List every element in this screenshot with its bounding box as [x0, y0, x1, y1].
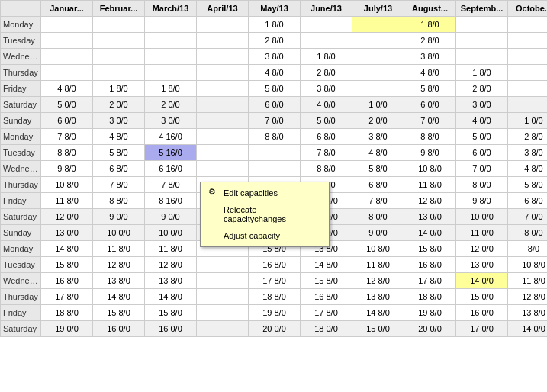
calendar-cell[interactable]: 9 8/0 [41, 161, 93, 177]
calendar-cell[interactable]: 4 8/0 [508, 161, 548, 177]
calendar-cell[interactable] [352, 65, 404, 81]
calendar-cell[interactable]: 12 8/0 [93, 257, 145, 273]
calendar-cell[interactable]: 6 8/0 [508, 193, 548, 209]
calendar-cell[interactable]: 10 8/0 [41, 177, 93, 193]
calendar-cell[interactable]: 2 0/0 [93, 97, 145, 113]
calendar-cell[interactable]: 2 8/0 [249, 33, 301, 49]
calendar-cell[interactable] [456, 33, 508, 49]
calendar-cell[interactable]: 4 8/0 [404, 65, 456, 81]
calendar-cell[interactable]: 1 8/0 [145, 81, 197, 97]
calendar-cell[interactable]: 12 8/0 [508, 289, 548, 305]
calendar-cell[interactable]: 18 8/0 [404, 289, 456, 305]
calendar-cell[interactable]: 11 8/0 [508, 273, 548, 289]
calendar-cell[interactable] [145, 65, 197, 81]
calendar-cell[interactable]: 14 8/0 [41, 241, 93, 257]
calendar-cell[interactable]: 5 8/0 [404, 81, 456, 97]
calendar-cell[interactable]: 3 0/0 [93, 113, 145, 129]
calendar-cell[interactable]: 5 0/0 [41, 97, 93, 113]
calendar-cell[interactable]: 7 0/0 [456, 161, 508, 177]
calendar-cell[interactable]: 14 0/0 [456, 273, 508, 289]
calendar-cell[interactable] [197, 289, 249, 305]
calendar-cell[interactable]: 15 8/0 [301, 273, 352, 289]
calendar-cell[interactable]: 8 8/0 [301, 161, 352, 177]
calendar-cell[interactable]: 2 8/0 [508, 129, 548, 145]
calendar-cell[interactable]: 11 8/0 [352, 257, 404, 273]
calendar-cell[interactable] [508, 33, 548, 49]
calendar-cell[interactable]: 2 8/0 [456, 81, 508, 97]
calendar-cell[interactable]: 13 0/0 [41, 225, 93, 241]
calendar-cell[interactable]: 17 8/0 [41, 289, 93, 305]
calendar-cell[interactable] [41, 65, 93, 81]
calendar-cell[interactable]: 11 8/0 [145, 241, 197, 257]
calendar-cell[interactable]: 7 8/0 [145, 177, 197, 193]
calendar-cell[interactable]: 9 0/0 [93, 209, 145, 225]
calendar-cell[interactable]: 4 8/0 [249, 65, 301, 81]
calendar-cell[interactable]: 3 8/0 [352, 129, 404, 145]
menu-item-edit-capacities[interactable]: ⚙ Edit capacities [202, 184, 327, 202]
calendar-cell[interactable]: 5 16/0 [145, 145, 197, 161]
calendar-cell[interactable]: 5 8/0 [508, 177, 548, 193]
calendar-cell[interactable] [352, 81, 404, 97]
calendar-cell[interactable]: 4 16/0 [145, 129, 197, 145]
calendar-cell[interactable]: 14 0/0 [404, 225, 456, 241]
calendar-cell[interactable] [197, 65, 249, 81]
calendar-cell[interactable]: 14 8/0 [145, 289, 197, 305]
calendar-cell[interactable]: 10 8/0 [508, 257, 548, 273]
calendar-cell[interactable] [197, 113, 249, 129]
calendar-cell[interactable]: 8 8/0 [249, 129, 301, 145]
calendar-cell[interactable]: 4 8/0 [93, 129, 145, 145]
calendar-cell[interactable]: 8 8/0 [93, 193, 145, 209]
calendar-cell[interactable]: 8 16/0 [145, 193, 197, 209]
calendar-cell[interactable]: 13 0/0 [404, 209, 456, 225]
calendar-cell[interactable]: 10 0/0 [93, 225, 145, 241]
calendar-cell[interactable]: 6 0/0 [41, 113, 93, 129]
calendar-cell[interactable]: 7 0/0 [508, 209, 548, 225]
calendar-cell[interactable]: 4 0/0 [456, 113, 508, 129]
calendar-cell[interactable]: 1 8/0 [404, 17, 456, 33]
calendar-cell[interactable]: 6 8/0 [301, 129, 352, 145]
calendar-cell[interactable]: 17 8/0 [301, 305, 352, 321]
calendar-cell[interactable]: 5 8/0 [93, 145, 145, 161]
calendar-cell[interactable]: 6 0/0 [249, 97, 301, 113]
calendar-cell[interactable] [352, 17, 404, 33]
calendar-cell[interactable]: 10 0/0 [456, 209, 508, 225]
calendar-cell[interactable]: 18 0/0 [301, 321, 352, 337]
calendar-cell[interactable]: 8 0/0 [352, 209, 404, 225]
calendar-cell[interactable]: 3 0/0 [145, 113, 197, 129]
calendar-cell[interactable]: 11 8/0 [41, 193, 93, 209]
calendar-cell[interactable]: 5 8/0 [352, 161, 404, 177]
calendar-cell[interactable]: 13 8/0 [352, 289, 404, 305]
calendar-cell[interactable]: 7 0/0 [404, 113, 456, 129]
calendar-cell[interactable]: 18 8/0 [249, 289, 301, 305]
calendar-cell[interactable] [197, 33, 249, 49]
calendar-cell[interactable]: 4 8/0 [41, 81, 93, 97]
calendar-cell[interactable] [197, 321, 249, 337]
calendar-cell[interactable]: 6 8/0 [352, 177, 404, 193]
calendar-cell[interactable] [197, 81, 249, 97]
calendar-cell[interactable] [197, 145, 249, 161]
calendar-cell[interactable]: 1 8/0 [93, 81, 145, 97]
calendar-cell[interactable]: 12 8/0 [352, 273, 404, 289]
calendar-cell[interactable]: 16 8/0 [41, 273, 93, 289]
calendar-cell[interactable]: 16 0/0 [456, 305, 508, 321]
calendar-cell[interactable]: 9 0/0 [352, 225, 404, 241]
calendar-cell[interactable]: 15 8/0 [145, 305, 197, 321]
calendar-cell[interactable]: 10 0/0 [145, 225, 197, 241]
calendar-cell[interactable]: 13 8/0 [93, 273, 145, 289]
calendar-cell[interactable]: 8 8/0 [404, 129, 456, 145]
calendar-cell[interactable]: 17 8/0 [404, 273, 456, 289]
calendar-cell[interactable]: 14 8/0 [301, 257, 352, 273]
calendar-cell[interactable]: 2 0/0 [352, 113, 404, 129]
calendar-cell[interactable] [249, 161, 301, 177]
calendar-cell[interactable] [197, 97, 249, 113]
calendar-cell[interactable]: 3 8/0 [249, 49, 301, 65]
calendar-cell[interactable]: 14 0/0 [508, 321, 548, 337]
calendar-cell[interactable] [41, 33, 93, 49]
menu-item-adjust[interactable]: Adjust capacity [202, 227, 327, 245]
calendar-cell[interactable]: 15 8/0 [41, 257, 93, 273]
calendar-cell[interactable]: 5 8/0 [249, 81, 301, 97]
calendar-cell[interactable]: 20 0/0 [249, 321, 301, 337]
calendar-cell[interactable]: 9 8/0 [404, 145, 456, 161]
calendar-cell[interactable]: 13 8/0 [145, 273, 197, 289]
calendar-cell[interactable]: 12 8/0 [404, 193, 456, 209]
